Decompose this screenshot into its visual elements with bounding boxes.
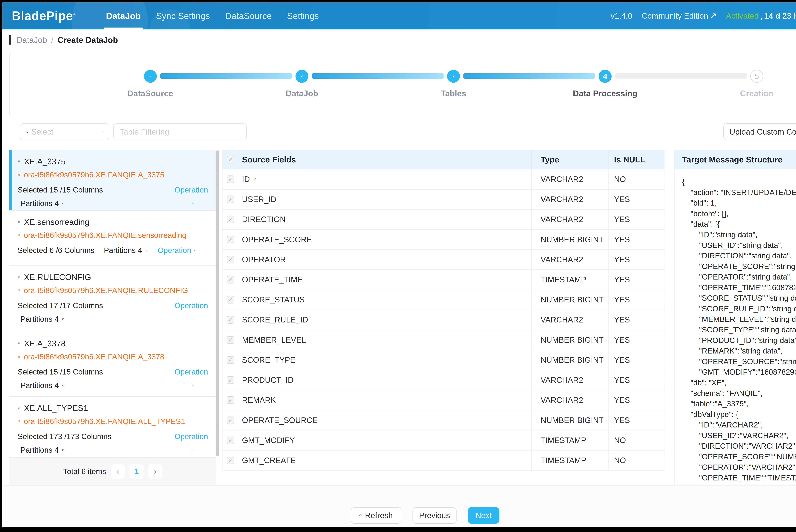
source-table-icon [18, 289, 20, 291]
upload-custom-code-button[interactable]: Upload Custom Code [723, 123, 796, 140]
license-link[interactable]: Activated, 14 d 23 h↗ [726, 11, 796, 20]
row-checkbox[interactable] [227, 276, 234, 284]
partitions-label: Partitions 4 [21, 315, 59, 323]
source-table-icon [18, 174, 20, 176]
source-table-path: ora-t5i86fk9s0579h6.XE.FANQIE.A_3378 [24, 353, 164, 361]
tables-pagination: Total 6 items ‹ 1 › [10, 457, 216, 485]
partitions-label: Partitions 4 [21, 381, 59, 390]
chevron-down-icon[interactable] [193, 250, 195, 251]
chevron-down-icon[interactable] [192, 450, 194, 451]
row-checkbox[interactable] [227, 195, 234, 203]
pagination-next-button[interactable]: › [148, 464, 163, 478]
chevron-down-icon[interactable] [192, 203, 194, 204]
page-title: Create DataJob [58, 35, 118, 45]
row-checkbox[interactable] [227, 175, 234, 183]
target-message-json: { "action": "INSERT/UPDATE/DELETE", "bid… [674, 169, 796, 484]
external-link-icon: ↗ [710, 11, 717, 20]
license-time: 14 d 23 h [764, 11, 796, 20]
step-label-datajob: DataJob [237, 89, 367, 98]
field-row: SCORE_RULE_ID VARCHAR2 YES [223, 309, 664, 330]
app-logo[interactable]: BladePipe● [12, 9, 76, 23]
step-circle-tables [447, 70, 460, 83]
operation-link[interactable]: Operation [174, 367, 208, 376]
row-checkbox[interactable] [227, 336, 234, 344]
operation-link[interactable]: Operation [174, 301, 208, 310]
breadcrumb-separator: / [51, 35, 54, 45]
edit-icon[interactable] [62, 318, 64, 320]
edit-icon[interactable] [62, 384, 64, 386]
step-circle-creation: 5 [750, 70, 763, 83]
field-row: SCORE_TYPE NUMBER BIGINT YES [223, 350, 664, 370]
header-source-fields: Source Fields [242, 150, 531, 169]
edition-link[interactable]: Community Edition↗ [642, 11, 717, 20]
field-row: DIRECTION VARCHAR2 YES [223, 209, 664, 229]
table-card-xe-ruleconfig[interactable]: XE.RULECONFIG ora-t5i86fk9s0579h6.XE.FAN… [10, 266, 216, 332]
field-row: USER_ID VARCHAR2 YES [223, 189, 664, 209]
selected-columns-label: Selected 6 /6 Columns [18, 246, 95, 255]
menu-item-sync-settings[interactable]: Sync Settings [148, 2, 218, 30]
previous-button[interactable]: Previous [412, 507, 457, 524]
chevron-down-icon[interactable] [192, 319, 194, 320]
row-checkbox[interactable] [227, 316, 234, 324]
field-row: OPERATOR VARCHAR2 YES [223, 249, 664, 269]
table-icon [18, 276, 20, 278]
row-checkbox[interactable] [227, 356, 234, 364]
row-checkbox[interactable] [227, 236, 234, 243]
source-table-icon [18, 234, 20, 236]
activated-status: Activated [726, 11, 759, 20]
table-name: XE.sensorreading [24, 217, 90, 227]
partitions-label: Partitions 4 [21, 199, 59, 208]
edit-icon[interactable] [62, 202, 64, 205]
source-table-path: ora-t5i86fk9s0579h6.XE.FANQIE.sensorread… [24, 231, 186, 240]
row-checkbox[interactable] [227, 437, 234, 444]
field-row: OPERATE_TIME TIMESTAMP YES [223, 269, 664, 289]
breadcrumb-parent[interactable]: DataJob [16, 35, 47, 45]
select-all-checkbox[interactable] [227, 156, 234, 164]
table-card-xe-a-3375[interactable]: XE.A_3375 ora-t5i86fk9s0579h6.XE.FANQIE.… [10, 150, 216, 211]
step-label-creation: Creation [692, 89, 796, 98]
fields-table-header: Source Fields Type Is NULL [223, 150, 664, 169]
source-table-path: ora-t5i86fk9s0579h6.XE.FANQIE.ALL_TYPES1 [24, 417, 185, 426]
source-table-path: ora-t5i86fk9s0579h6.XE.FANQIE.A_3375 [24, 170, 164, 179]
pagination-prev-button[interactable]: ‹ [111, 464, 125, 478]
source-table-icon [18, 420, 20, 422]
table-name: XE.RULECONFIG [24, 272, 91, 282]
operation-link[interactable]: Operation [174, 186, 208, 194]
row-checkbox[interactable] [227, 296, 234, 304]
table-name: XE.A_3375 [24, 157, 66, 166]
refresh-button[interactable]: Refresh [351, 507, 401, 524]
pagination-page-1[interactable]: 1 [130, 464, 144, 478]
operation-link[interactable]: Operation [174, 432, 208, 441]
table-card-xe-all-types1[interactable]: XE.ALL_TYPES1 ora-t5i86fk9s0579h6.XE.FAN… [10, 397, 216, 458]
table-card-xe-sensorreading[interactable]: XE.sensorreading ora-t5i86fk9s0579h6.XE.… [10, 211, 216, 266]
row-checkbox[interactable] [227, 457, 234, 464]
edit-icon[interactable] [62, 449, 64, 451]
table-name: XE.ALL_TYPES1 [24, 403, 88, 413]
target-message-panel: Target Message Structure { "action": "IN… [674, 150, 796, 485]
next-button[interactable]: Next [468, 507, 499, 524]
table-select-dropdown[interactable]: Select [20, 123, 109, 140]
row-checkbox[interactable] [227, 215, 234, 223]
check-icon [452, 75, 455, 77]
partitions-label: Partitions 4 [104, 246, 142, 255]
row-checkbox[interactable] [227, 417, 234, 424]
tables-scrollbar[interactable] [216, 150, 219, 456]
table-filtering-input[interactable] [113, 123, 247, 140]
operation-link[interactable]: Operation [158, 246, 191, 255]
table-card-xe-a-3378[interactable]: XE.A_3378 ora-t5i86fk9s0579h6.XE.FANQIE.… [10, 332, 216, 397]
menu-item-settings[interactable]: Settings [279, 2, 327, 30]
step-label-datasource: DataSource [86, 89, 215, 98]
row-checkbox[interactable] [227, 396, 234, 404]
row-checkbox[interactable] [227, 376, 234, 384]
menu-item-datasource[interactable]: DataSource [218, 2, 279, 30]
step-connector [615, 73, 747, 79]
edit-icon[interactable] [146, 249, 148, 251]
step-connector [160, 73, 292, 79]
menu-item-datajob[interactable]: DataJob [98, 2, 148, 30]
row-checkbox[interactable] [227, 256, 234, 263]
chevron-down-icon[interactable] [192, 385, 194, 386]
selected-columns-label: Selected 17 /17 Columns [18, 301, 103, 310]
top-navbar: BladePipe● DataJob Sync Settings DataSou… [2, 2, 796, 30]
tables-list-panel: XE.A_3375 ora-t5i86fk9s0579h6.XE.FANQIE.… [10, 150, 216, 485]
table-icon [18, 221, 20, 223]
